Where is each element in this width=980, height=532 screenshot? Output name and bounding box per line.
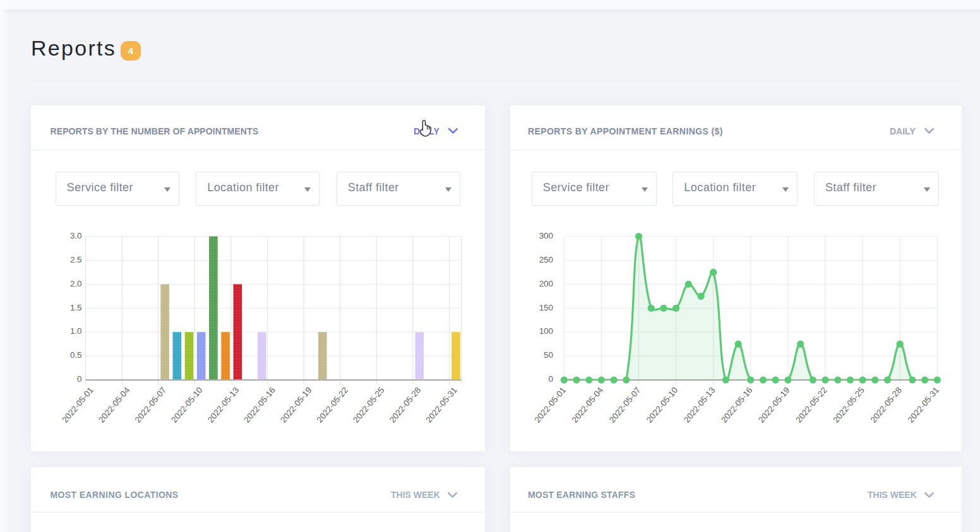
svg-text:2022-05-19: 2022-05-19 <box>278 386 314 425</box>
svg-text:2022-05-01: 2022-05-01 <box>533 386 568 425</box>
svg-text:150: 150 <box>539 303 553 312</box>
svg-text:0.5: 0.5 <box>70 350 82 360</box>
svg-text:0: 0 <box>549 374 553 384</box>
svg-text:2022-05-22: 2022-05-22 <box>794 386 829 425</box>
svg-text:2022-05-28: 2022-05-28 <box>388 386 423 425</box>
svg-text:2022-05-07: 2022-05-07 <box>133 386 169 425</box>
svg-text:2022-05-25: 2022-05-25 <box>351 386 386 425</box>
svg-text:2022-05-10: 2022-05-10 <box>169 386 205 425</box>
svg-text:2022-05-22: 2022-05-22 <box>315 386 350 425</box>
svg-text:200: 200 <box>539 279 553 288</box>
svg-text:300: 300 <box>539 231 553 240</box>
svg-text:2022-05-28: 2022-05-28 <box>868 386 904 425</box>
svg-text:2022-05-10: 2022-05-10 <box>645 386 680 425</box>
svg-text:2022-05-07: 2022-05-07 <box>607 386 643 425</box>
svg-text:1.0: 1.0 <box>70 326 82 336</box>
svg-text:3.0: 3.0 <box>70 231 82 240</box>
svg-text:2022-05-01: 2022-05-01 <box>60 386 95 425</box>
svg-text:2022-05-25: 2022-05-25 <box>831 386 866 425</box>
svg-text:1.5: 1.5 <box>70 303 82 312</box>
svg-text:2022-05-19: 2022-05-19 <box>756 386 792 425</box>
svg-text:2022-05-31: 2022-05-31 <box>906 386 941 425</box>
svg-text:2.5: 2.5 <box>70 255 82 264</box>
svg-text:2022-05-31: 2022-05-31 <box>424 386 459 425</box>
svg-text:2022-05-04: 2022-05-04 <box>570 385 606 425</box>
svg-text:2022-05-13: 2022-05-13 <box>206 386 241 425</box>
svg-text:50: 50 <box>544 350 553 360</box>
svg-text:2022-05-04: 2022-05-04 <box>97 385 132 425</box>
svg-text:2022-05-16: 2022-05-16 <box>719 386 755 425</box>
svg-text:100: 100 <box>539 326 553 336</box>
svg-text:2022-05-16: 2022-05-16 <box>242 386 277 425</box>
svg-text:0: 0 <box>77 374 81 384</box>
svg-text:2022-05-13: 2022-05-13 <box>682 386 717 425</box>
svg-text:250: 250 <box>539 255 553 264</box>
svg-text:2.0: 2.0 <box>70 279 82 288</box>
